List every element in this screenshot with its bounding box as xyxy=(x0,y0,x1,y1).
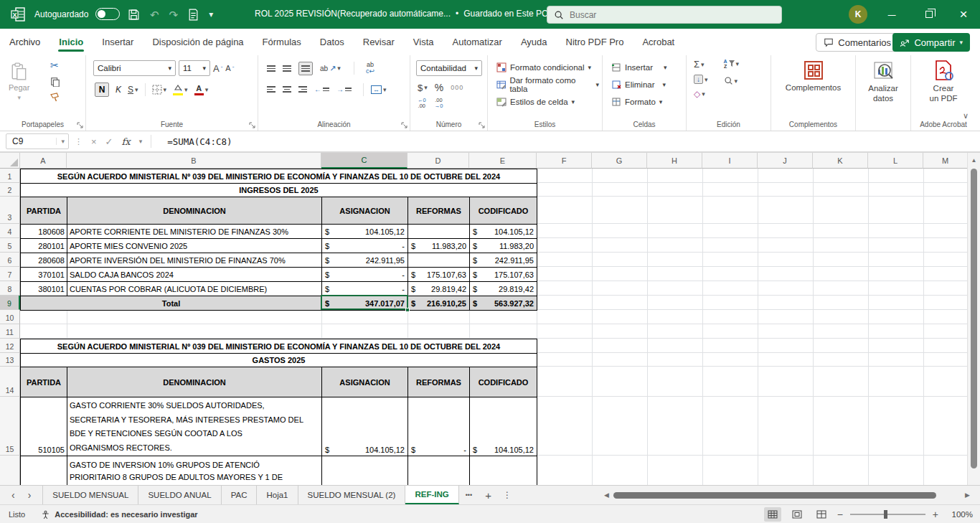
borders-button[interactable]: ▾ xyxy=(152,85,167,95)
cell-asignacion[interactable]: $- xyxy=(322,268,408,282)
cell-codificado[interactable] xyxy=(470,456,537,485)
merge-center-button[interactable]: ↔▾ xyxy=(371,85,387,94)
formula-input[interactable]: =SUMA(C4:C8) xyxy=(167,136,232,147)
cell-denominacion[interactable]: APORTE CORRIENTE DEL MINISTERIO DE FINAN… xyxy=(67,225,322,239)
insert-cells-button[interactable]: Insertar▾ xyxy=(608,59,686,76)
comments-button[interactable]: Comentarios xyxy=(816,33,899,52)
number-format-select[interactable]: Contabilidad▾ xyxy=(416,60,482,76)
undo-button[interactable]: ↶ xyxy=(150,9,159,20)
cell-denominacion[interactable]: APORTE MIES CONVENIO 2025 xyxy=(67,239,322,253)
tab-formulas[interactable]: Fórmulas xyxy=(253,30,311,54)
align-middle-icon[interactable] xyxy=(283,65,291,72)
formula-bar-handle[interactable]: ⋮ xyxy=(75,137,83,146)
cell-asignacion[interactable]: $- xyxy=(322,282,408,296)
cell-partida[interactable] xyxy=(21,456,67,485)
tab-nitro-pdf[interactable]: Nitro PDF Pro xyxy=(557,30,633,54)
clipboard-dialog-launcher[interactable] xyxy=(77,122,83,128)
zoom-slider[interactable] xyxy=(850,514,925,515)
col-header-b[interactable]: B xyxy=(67,153,321,169)
cell-reformas[interactable] xyxy=(408,225,470,239)
cell-asignacion[interactable]: $- xyxy=(322,239,408,253)
currency-format-button[interactable]: $▾ xyxy=(418,83,428,93)
cell-denominacion[interactable]: GASTO DE INVERSION 10% GRUPOS DE ATENCIÓ… xyxy=(67,456,322,485)
cell-denominacion[interactable]: APORTE INVERSIÓN DEL MINISTERIO DE FINAN… xyxy=(67,253,322,268)
cell-a2-subtitle[interactable]: INGRESOS DEL 2025 xyxy=(21,184,537,197)
tab-vista[interactable]: Vista xyxy=(404,30,443,54)
cell-asignacion[interactable] xyxy=(322,456,408,485)
vertical-scroll-thumb[interactable] xyxy=(971,169,977,468)
select-all-corner[interactable] xyxy=(0,153,20,169)
zoom-level[interactable]: 100% xyxy=(946,510,973,519)
align-center-icon[interactable] xyxy=(283,86,291,93)
cell-codificado[interactable]: $29.819,42 xyxy=(470,282,537,296)
zoom-slider-thumb[interactable] xyxy=(884,510,887,519)
cell-partida[interactable]: 280101 xyxy=(21,239,67,253)
cell-c9-selected[interactable]: $347.017,07 xyxy=(322,296,408,311)
sheet-tab-sueldo-anual[interactable]: SUELDO ANUAL xyxy=(138,486,221,504)
cell-a1-title[interactable]: SEGÚN ACUERDO MINISTERIAL Nº 039 DEL MIN… xyxy=(21,169,537,184)
row-header-2[interactable]: 2 xyxy=(0,183,20,197)
cell-styles-button[interactable]: Estilos de celda▾ xyxy=(494,93,602,110)
analyze-data-button[interactable]: Analizardatos xyxy=(856,55,910,104)
cell-denominacion[interactable]: SALDO CAJA BANCOS 2024 xyxy=(67,268,322,282)
scroll-right-icon[interactable]: ▶ xyxy=(962,491,973,499)
cell-partida[interactable]: 370101 xyxy=(21,268,67,282)
cell-codificado[interactable]: $104.105,12 xyxy=(470,397,537,456)
sheet-nav-right-icon[interactable]: › xyxy=(28,489,32,501)
tab-acrobat[interactable]: Acrobat xyxy=(633,30,684,54)
sheet-nav-left-icon[interactable]: ‹ xyxy=(11,489,15,501)
row-header-3[interactable]: 3 xyxy=(0,197,20,224)
cell-asignacion[interactable]: $104.105,12 xyxy=(322,397,408,456)
cell-codificado[interactable]: $11.983,20 xyxy=(470,239,537,253)
decrease-font-icon[interactable]: Aˇ xyxy=(225,64,234,72)
sort-filter-button[interactable]: AZ▾ xyxy=(724,59,740,69)
sheet-options-icon[interactable]: ⋮ xyxy=(498,486,517,504)
cell-reformas[interactable]: $11.983,20 xyxy=(408,239,470,253)
cell-asignacion[interactable]: $242.911,95 xyxy=(322,253,408,268)
document-title[interactable]: ROL 2025 REVISIÓN(Recuperado automáticam… xyxy=(255,9,557,19)
hdr-partida[interactable]: PARTIDA xyxy=(21,197,67,225)
hdr-asignacion[interactable]: ASIGNACION xyxy=(322,197,408,225)
hdr2-asignacion[interactable]: ASIGNACION xyxy=(322,367,408,397)
zoom-out-button[interactable]: − xyxy=(837,509,843,520)
user-avatar[interactable]: K xyxy=(849,5,867,24)
conditional-formatting-button[interactable]: Formato condicional▾ xyxy=(494,59,602,76)
excel-logo-icon[interactable]: X xyxy=(10,6,26,22)
cell-total-label[interactable]: Total xyxy=(21,296,322,311)
horizontal-scrollbar[interactable]: ◀ ▶ xyxy=(601,488,973,502)
underline-button[interactable]: S▾ xyxy=(128,85,138,95)
horizontal-scroll-thumb[interactable] xyxy=(613,492,936,499)
wrap-text-button[interactable]: abc↩ xyxy=(366,62,374,75)
font-size-select[interactable]: 11▾ xyxy=(179,60,210,76)
hdr2-partida[interactable]: PARTIDA xyxy=(21,367,67,397)
insert-function-button[interactable]: fx xyxy=(122,136,131,147)
col-header-h[interactable]: H xyxy=(647,153,702,169)
hdr-denominacion[interactable]: DENOMINACION xyxy=(67,197,322,225)
col-header-m[interactable]: M xyxy=(923,153,967,169)
decrease-indent-icon[interactable]: ← xyxy=(314,85,329,93)
thousands-format-button[interactable]: 000 xyxy=(451,84,463,91)
cell-codificado[interactable]: $104.105,12 xyxy=(470,225,537,239)
col-header-i[interactable]: I xyxy=(702,153,758,169)
name-box[interactable]: C9 ▾ xyxy=(6,133,69,149)
cell-total-reformas[interactable]: $216.910,25 xyxy=(408,296,470,311)
customize-toolbar-chevron[interactable]: ▾ xyxy=(209,9,213,19)
fill-handle[interactable] xyxy=(405,308,410,312)
row-header-7[interactable]: 7 xyxy=(0,267,20,281)
col-header-a[interactable]: A xyxy=(20,153,67,169)
increase-decimal-button[interactable]: ←0.00 xyxy=(418,98,426,108)
tab-disposicion[interactable]: Disposición de página xyxy=(143,30,253,54)
scroll-left-icon[interactable]: ◀ xyxy=(601,491,612,499)
col-header-d[interactable]: D xyxy=(407,153,469,169)
row-header-10[interactable]: 10 xyxy=(0,310,20,324)
tab-insertar[interactable]: Insertar xyxy=(93,30,143,54)
hdr2-denominacion[interactable]: DENOMINACION xyxy=(67,367,322,397)
confirm-entry-icon[interactable]: ✓ xyxy=(105,136,113,147)
bold-button[interactable]: N xyxy=(95,83,109,97)
sheet-tab-sueldo-mensual[interactable]: SUELDO MENSUAL xyxy=(42,486,138,504)
cell-denominacion[interactable]: GASTO CORRIENTE 30% SUELDOS AUTORIDADES,… xyxy=(67,397,322,456)
cell-total-codificado[interactable]: $563.927,32 xyxy=(470,296,537,311)
row-header-9[interactable]: 9 xyxy=(0,296,20,310)
page-layout-view-button[interactable] xyxy=(788,507,806,522)
cell-codificado[interactable]: $242.911,95 xyxy=(470,253,537,268)
